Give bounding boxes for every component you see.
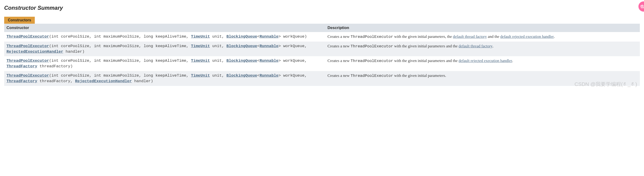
text: <	[257, 59, 260, 63]
text: and the	[487, 34, 500, 39]
type-link[interactable]: ThreadFactory	[6, 79, 37, 83]
text: (int corePoolSize, int maximumPoolSize, …	[49, 73, 191, 78]
text: > workQueue,	[278, 59, 307, 63]
table-row: ThreadPoolExecutor(int corePoolSize, int…	[4, 71, 640, 86]
text: > workQueue,	[278, 44, 307, 48]
code-text: ThreadPoolExecutor	[350, 59, 393, 63]
type-link[interactable]: RejectedExecutionHandler	[75, 79, 132, 83]
text: (int corePoolSize, int maximumPoolSize, …	[49, 59, 191, 63]
text: Creates a new	[328, 59, 351, 63]
type-link[interactable]: ThreadPoolExecutor	[6, 59, 49, 63]
type-link[interactable]: BlockingQueue	[226, 73, 257, 78]
text: (int corePoolSize, int maximumPoolSize, …	[49, 44, 191, 48]
col-constructor: Constructor	[4, 24, 325, 32]
constructor-signature: ThreadPoolExecutor(int corePoolSize, int…	[4, 32, 325, 42]
text: > workQueue)	[278, 34, 307, 39]
constructor-signature: ThreadPoolExecutor(int corePoolSize, int…	[4, 42, 325, 56]
constructor-signature: ThreadPoolExecutor(int corePoolSize, int…	[4, 56, 325, 71]
type-link[interactable]: ThreadFactory	[6, 64, 37, 69]
type-link[interactable]: Runnable	[260, 34, 279, 39]
constructor-description: Creates a new ThreadPoolExecutor with th…	[325, 32, 640, 42]
text: Creates a new	[328, 44, 351, 48]
constructor-signature: ThreadPoolExecutor(int corePoolSize, int…	[4, 71, 325, 86]
text: unit,	[210, 59, 226, 63]
text: with the given initial parameters and th…	[393, 44, 458, 48]
col-description: Description	[325, 24, 640, 32]
text: .	[512, 59, 513, 63]
constructor-description: Creates a new ThreadPoolExecutor with th…	[325, 56, 640, 71]
type-link[interactable]: ThreadPoolExecutor	[6, 73, 49, 78]
text: Creates a new	[328, 73, 351, 78]
constructors-table: Constructor Description ThreadPoolExecut…	[4, 24, 640, 86]
text: Creates a new	[328, 34, 351, 39]
type-link[interactable]: Runnable	[260, 59, 279, 63]
desc-link[interactable]: default thread factory	[453, 34, 487, 39]
table-row: ThreadPoolExecutor(int corePoolSize, int…	[4, 56, 640, 71]
text: > workQueue,	[278, 73, 307, 78]
table-header-row: Constructor Description	[4, 24, 640, 32]
code-text: ThreadPoolExecutor	[350, 44, 393, 49]
text: unit,	[210, 44, 226, 48]
table-row: ThreadPoolExecutor(int corePoolSize, int…	[4, 42, 640, 56]
desc-link[interactable]: default rejected execution handler	[458, 59, 512, 63]
type-link[interactable]: TimeUnit	[191, 44, 210, 48]
text: unit,	[210, 34, 226, 39]
type-link[interactable]: Runnable	[260, 73, 279, 78]
type-link[interactable]: ThreadPoolExecutor	[6, 34, 49, 39]
table-row: ThreadPoolExecutor(int corePoolSize, int…	[4, 32, 640, 42]
text: .	[554, 34, 555, 39]
text: (int corePoolSize, int maximumPoolSize, …	[49, 34, 191, 39]
desc-link[interactable]: default rejected execution handler	[500, 34, 554, 39]
constructor-description: Creates a new ThreadPoolExecutor with th…	[325, 71, 640, 86]
code-text: ThreadPoolExecutor	[350, 74, 393, 78]
type-link[interactable]: ThreadPoolExecutor	[6, 44, 49, 48]
text: unit,	[210, 73, 226, 78]
text: <	[257, 34, 260, 39]
type-link[interactable]: BlockingQueue	[226, 59, 257, 63]
text: threadFactory)	[37, 64, 73, 69]
constructor-description: Creates a new ThreadPoolExecutor with th…	[325, 42, 640, 56]
type-link[interactable]: TimeUnit	[191, 34, 210, 39]
table-caption: Constructors	[4, 17, 35, 24]
type-link[interactable]: BlockingQueue	[226, 44, 257, 48]
type-link[interactable]: Runnable	[260, 44, 279, 48]
desc-link[interactable]: default thread factory	[458, 44, 492, 48]
type-link[interactable]: TimeUnit	[191, 73, 210, 78]
type-link[interactable]: RejectedExecutionHandler	[6, 50, 63, 54]
text: threadFactory,	[37, 79, 75, 83]
type-link[interactable]: TimeUnit	[191, 59, 210, 63]
text: handler)	[63, 50, 84, 54]
text: with the given initial parameters and th…	[393, 59, 458, 63]
text: .	[492, 44, 494, 48]
code-text: ThreadPoolExecutor	[350, 35, 393, 39]
type-link[interactable]: BlockingQueue	[226, 34, 257, 39]
text: <	[257, 73, 260, 78]
text: <	[257, 44, 260, 48]
text: with the given initial parameters, the	[393, 34, 453, 39]
text: handler)	[132, 79, 153, 83]
text: with the given initial parameters.	[393, 73, 446, 78]
section-title: Constructor Summary	[4, 5, 640, 11]
